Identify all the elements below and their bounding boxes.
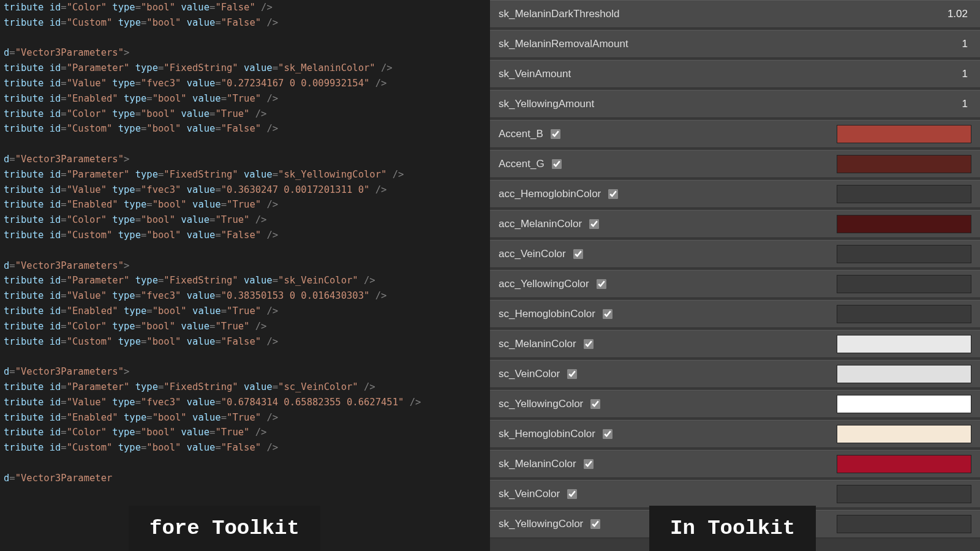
property-row[interactable]: acc_HemoglobinColor xyxy=(490,180,980,208)
xml-line[interactable]: tribute id="Custom" type="bool" value="F… xyxy=(4,121,485,137)
color-swatch[interactable] xyxy=(837,215,971,233)
xml-line[interactable]: tribute id="Color" type="bool" value="Tr… xyxy=(4,107,485,122)
enable-checkbox[interactable] xyxy=(567,369,577,379)
xml-line[interactable] xyxy=(4,455,485,471)
xml-line[interactable]: d="Vector3Parameters"> xyxy=(4,45,485,61)
xml-line[interactable]: tribute id="Color" type="bool" value="Fa… xyxy=(4,0,485,15)
color-swatch[interactable] xyxy=(837,155,971,173)
property-row[interactable]: sc_VeinColor xyxy=(490,360,980,388)
enable-checkbox[interactable] xyxy=(590,519,600,529)
property-value[interactable]: 1.02 xyxy=(948,6,971,22)
xml-line[interactable]: tribute id="Custom" type="bool" value="F… xyxy=(4,228,485,243)
xml-line[interactable]: tribute id="Enabled" type="bool" value="… xyxy=(4,91,485,107)
caption-before: fore Toolkit xyxy=(129,506,320,551)
property-label: Accent_G xyxy=(499,156,545,172)
color-swatch[interactable] xyxy=(837,425,971,443)
color-swatch[interactable] xyxy=(837,245,971,263)
xml-line[interactable]: tribute id="Custom" type="bool" value="F… xyxy=(4,440,485,455)
property-label: acc_VeinColor xyxy=(499,246,566,262)
xml-line[interactable]: tribute id="Parameter" type="FixedString… xyxy=(4,380,485,395)
xml-line[interactable]: tribute id="Parameter" type="FixedString… xyxy=(4,61,485,76)
xml-line[interactable] xyxy=(4,137,485,152)
color-swatch[interactable] xyxy=(837,305,971,323)
property-row[interactable]: acc_VeinColor xyxy=(490,240,980,268)
color-swatch[interactable] xyxy=(837,125,971,143)
xml-line[interactable]: tribute id="Custom" type="bool" value="F… xyxy=(4,15,485,31)
property-label: acc_MelaninColor xyxy=(499,216,582,232)
xml-line[interactable]: tribute id="Value" type="fvec3" value="0… xyxy=(4,395,485,410)
property-row[interactable]: sc_MelaninColor xyxy=(490,330,980,358)
property-row[interactable]: sk_YellowingAmount1 xyxy=(490,90,980,118)
xml-editor[interactable]: tribute id="Color" type="bool" value="Fa… xyxy=(0,0,490,551)
property-label: acc_HemoglobinColor xyxy=(499,186,601,202)
enable-checkbox[interactable] xyxy=(590,399,600,409)
property-label: sc_YellowingColor xyxy=(499,395,583,412)
property-row[interactable]: sk_MelaninColor xyxy=(490,450,980,478)
property-label: sc_VeinColor xyxy=(499,365,560,382)
enable-checkbox[interactable] xyxy=(573,249,583,259)
enable-checkbox[interactable] xyxy=(603,309,612,319)
enable-checkbox[interactable] xyxy=(584,459,594,469)
enable-checkbox[interactable] xyxy=(552,159,562,169)
xml-line[interactable]: d="Vector3Parameters"> xyxy=(4,152,485,167)
caption-in: In Toolkit xyxy=(649,506,816,551)
property-label: sk_VeinAmount xyxy=(499,66,962,82)
xml-line[interactable]: tribute id="Value" type="fvec3" value="0… xyxy=(4,182,485,198)
enable-checkbox[interactable] xyxy=(608,189,618,199)
property-row[interactable]: acc_MelaninColor xyxy=(490,210,980,238)
enable-checkbox[interactable] xyxy=(567,489,577,499)
enable-checkbox[interactable] xyxy=(603,429,612,439)
xml-line[interactable]: d="Vector3Parameters"> xyxy=(4,364,485,380)
xml-line[interactable] xyxy=(4,349,485,364)
xml-line[interactable]: tribute id="Parameter" type="FixedString… xyxy=(4,167,485,182)
xml-line[interactable]: tribute id="Color" type="bool" value="Tr… xyxy=(4,425,485,440)
xml-line[interactable]: tribute id="Custom" type="bool" value="F… xyxy=(4,334,485,350)
property-row[interactable]: sk_HemoglobinColor xyxy=(490,420,980,448)
xml-line[interactable]: tribute id="Color" type="bool" value="Tr… xyxy=(4,319,485,334)
color-swatch[interactable] xyxy=(837,515,971,533)
xml-line[interactable]: tribute id="Enabled" type="bool" value="… xyxy=(4,410,485,425)
property-row[interactable]: sk_MelaninRemovalAmount1 xyxy=(490,30,980,58)
xml-line[interactable]: d="Vector3Parameter xyxy=(4,471,485,486)
xml-line[interactable]: tribute id="Value" type="fvec3" value="0… xyxy=(4,288,485,304)
enable-checkbox[interactable] xyxy=(589,219,599,229)
enable-checkbox[interactable] xyxy=(551,129,560,139)
property-row[interactable]: sk_MelaninDarkThreshold1.02 xyxy=(490,0,980,28)
enable-checkbox[interactable] xyxy=(584,339,594,349)
property-row[interactable]: acc_YellowingColor xyxy=(490,270,980,298)
xml-line[interactable] xyxy=(4,243,485,258)
xml-line[interactable]: tribute id="Enabled" type="bool" value="… xyxy=(4,197,485,212)
enable-checkbox[interactable] xyxy=(597,279,606,289)
color-swatch[interactable] xyxy=(837,455,971,473)
color-swatch[interactable] xyxy=(837,185,971,203)
property-label: acc_YellowingColor xyxy=(499,276,589,292)
color-swatch[interactable] xyxy=(837,275,971,293)
property-value[interactable]: 1 xyxy=(962,36,971,52)
xml-line[interactable]: tribute id="Color" type="bool" value="Tr… xyxy=(4,212,485,228)
property-label: Accent_B xyxy=(499,126,543,142)
property-row[interactable]: sk_VeinAmount1 xyxy=(490,60,980,88)
property-row[interactable]: sk_VeinColor xyxy=(490,480,980,508)
color-swatch[interactable] xyxy=(837,395,971,413)
property-row[interactable]: Accent_B xyxy=(490,120,980,148)
property-inspector[interactable]: sk_MelaninDarkThreshold1.02sk_MelaninRem… xyxy=(490,0,980,551)
property-label: sk_VeinColor xyxy=(499,485,560,502)
property-row[interactable]: sc_YellowingColor xyxy=(490,390,980,418)
property-label: sc_MelaninColor xyxy=(499,335,576,352)
color-swatch[interactable] xyxy=(837,365,971,383)
xml-line[interactable]: d="Vector3Parameters"> xyxy=(4,258,485,274)
property-value[interactable]: 1 xyxy=(962,66,971,82)
property-row[interactable]: sc_HemoglobinColor xyxy=(490,300,980,328)
xml-line[interactable] xyxy=(4,31,485,46)
color-swatch[interactable] xyxy=(837,485,971,503)
property-row[interactable]: Accent_G xyxy=(490,150,980,178)
xml-line[interactable]: tribute id="Value" type="fvec3" value="0… xyxy=(4,76,485,91)
property-label: sk_MelaninColor xyxy=(499,455,576,472)
property-label: sk_HemoglobinColor xyxy=(499,425,595,442)
property-label: sk_MelaninRemovalAmount xyxy=(499,36,962,52)
color-swatch[interactable] xyxy=(837,335,971,353)
property-label: sk_MelaninDarkThreshold xyxy=(499,6,948,22)
xml-line[interactable]: tribute id="Parameter" type="FixedString… xyxy=(4,273,485,288)
xml-line[interactable]: tribute id="Enabled" type="bool" value="… xyxy=(4,304,485,319)
property-value[interactable]: 1 xyxy=(962,96,971,112)
